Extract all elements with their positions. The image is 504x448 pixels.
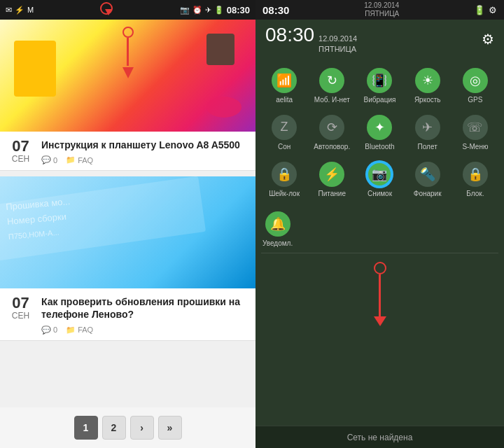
scroll-content[interactable]: 07 Сен Инструкция к планшету Lenovo A8 A… — [0, 20, 255, 407]
bottom-bar: Сеть не найдена — [255, 426, 504, 448]
category-1: 📁 FAQ — [66, 155, 93, 164]
category-2: 📁 FAQ — [66, 326, 93, 335]
status-icons-left: ✉ ⚡ M — [6, 6, 34, 15]
qs-mobile-internet[interactable]: ↻ Моб. И-нет — [309, 62, 355, 108]
gps-label: GPS — [468, 96, 482, 104]
flashlight-icon: 🔦 — [415, 162, 440, 187]
status-date-right: 12.09.2014 ПЯТНИЦА — [364, 1, 399, 18]
article-month-2: Сен — [12, 311, 29, 321]
notification-area — [255, 255, 504, 426]
page-btn-1[interactable]: 1 — [74, 416, 98, 440]
comment-count-2: 💬 0 — [41, 326, 57, 335]
power-label: Питание — [318, 190, 346, 197]
flight-icon: ✈ — [415, 115, 440, 140]
status-time-left: 08:30 — [227, 5, 250, 15]
sleep-label: Сон — [278, 143, 290, 150]
qs-flight[interactable]: ✈ Полет — [405, 109, 451, 155]
qs-block[interactable]: 🔒 Блок. — [452, 156, 498, 202]
gps-icon: ◎ — [463, 68, 488, 93]
article-title-1: Инструкция к планшету Lenovo A8 A5500 — [41, 139, 247, 151]
status-time-right: 08:30 — [262, 4, 289, 16]
qs-shakelock[interactable]: 🔒 Шейк-лок — [261, 156, 307, 202]
qs-smenu[interactable]: ☏ S-Меню — [452, 109, 498, 155]
article-meta-1: 💬 0 📁 FAQ — [41, 155, 247, 164]
article-info-2: 07 Сен Как проверить обновления прошивки… — [0, 288, 255, 340]
article-image-1 — [0, 20, 255, 132]
screenshot-label: Снимок — [368, 190, 392, 197]
mobile-internet-icon: ↻ — [319, 68, 344, 93]
power-icon: ⚡ — [319, 162, 344, 187]
article-date-2: 07 Сен — [8, 295, 33, 321]
article-image-2: Прошивка мо... Номер сборки П750,Н0М-А..… — [0, 176, 255, 288]
sleep-icon: Z — [272, 115, 297, 140]
red-arrow-overlay-1 — [122, 27, 134, 78]
header-date: 12.09.2014 ПЯТНИЦА — [318, 34, 357, 55]
qs-notifications[interactable]: 🔔 Уведомл. — [261, 206, 294, 251]
notifications-icon: 🔔 — [265, 211, 290, 237]
qs-gps[interactable]: ◎ GPS — [452, 62, 498, 108]
right-panel: 08:30 12.09.2014 ПЯТНИЦА 🔋 ⚙ 08:30 12.09… — [255, 0, 504, 448]
network-status: Сеть не найдена — [347, 433, 413, 442]
smenu-icon: ☏ — [463, 115, 488, 140]
bluetooth-label: Bluetooth — [365, 143, 394, 150]
article-card-2[interactable]: Прошивка мо... Номер сборки П750,Н0М-А..… — [0, 176, 255, 340]
page-btn-2[interactable]: 2 — [102, 416, 126, 440]
pagination: 1 2 › » — [0, 407, 255, 448]
red-arrow-indicator — [374, 262, 386, 326]
block-icon: 🔒 — [463, 162, 488, 187]
brightness-icon: ☀ — [415, 68, 440, 93]
shakelock-label: Шейк-лок — [269, 190, 300, 197]
article-meta-2: 💬 0 📁 FAQ — [41, 326, 247, 335]
mobile-internet-label: Моб. И-нет — [314, 96, 350, 104]
smenu-label: S-Меню — [462, 143, 488, 150]
qs-autorotate[interactable]: ⟳ Автоповор. — [309, 109, 355, 155]
qs-bluetooth[interactable]: ✦ Bluetooth — [356, 109, 402, 155]
notification-icon-3: M — [27, 6, 34, 14]
header-clock: 08:30 — [265, 24, 314, 46]
flight-label: Полет — [418, 143, 438, 150]
qs-screenshot[interactable]: 📷 Снимок — [356, 156, 402, 202]
overlay-text: Прошивка мо... Номер сборки П750,Н0М-А..… — [5, 195, 73, 244]
flashlight-label: Фонарик — [414, 190, 442, 197]
bluetooth-icon: ✦ — [367, 115, 392, 140]
wifi-icon: 📶 — [272, 68, 297, 93]
quick-settings-grid: 📶 aelita ↻ Моб. И-нет 📳 Вибрация ☀ Яркос… — [255, 59, 504, 204]
qs-vibration[interactable]: 📳 Вибрация — [356, 62, 402, 108]
article-day-1: 07 — [12, 139, 29, 154]
page-btn-last[interactable]: » — [158, 416, 182, 440]
brightness-label: Яркость — [414, 96, 441, 104]
status-bar-left: ✉ ⚡ M 📷 ⏰ ✈ 🔋 08:30 — [0, 0, 255, 20]
header-time-area: 08:30 12.09.2014 ПЯТНИЦА — [265, 24, 357, 55]
qs-brightness[interactable]: ☀ Яркость — [405, 62, 451, 108]
battery-icon: 🔋 — [474, 5, 485, 15]
article-title-2: Как проверить обновления прошивки на тел… — [41, 295, 247, 321]
wifi-label: aelita — [276, 96, 293, 104]
article-card-1[interactable]: 07 Сен Инструкция к планшету Lenovo A8 A… — [0, 20, 255, 171]
article-month-1: Сен — [12, 154, 29, 164]
qs-wifi[interactable]: 📶 aelita — [261, 62, 307, 108]
notification-icon-2: ⚡ — [15, 6, 24, 15]
qs-flashlight[interactable]: 🔦 Фонарик — [405, 156, 451, 202]
shakelock-icon: 🔒 — [272, 162, 297, 187]
status-bar-right: 08:30 12.09.2014 ПЯТНИЦА 🔋 ⚙ — [255, 0, 504, 20]
status-icons-right: 🔋 ⚙ — [474, 5, 497, 15]
notification-icon-1: ✉ — [6, 6, 12, 15]
page-btn-next[interactable]: › — [130, 416, 154, 440]
divider — [261, 253, 498, 253]
article-text-1: Инструкция к планшету Lenovo A8 A5500 💬 … — [41, 139, 247, 164]
quick-settings-header: 08:30 12.09.2014 ПЯТНИЦА ⚙ — [255, 20, 504, 59]
qs-power[interactable]: ⚡ Питание — [309, 156, 355, 202]
autorotate-icon: ⟳ — [319, 115, 344, 140]
article-info-1: 07 Сен Инструкция к планшету Lenovo A8 A… — [0, 132, 255, 170]
notifications-label: Уведомл. — [262, 239, 293, 247]
article-date-1: 07 Сен — [8, 139, 33, 164]
qs-sleep[interactable]: Z Сон — [261, 109, 307, 155]
article-day-2: 07 — [12, 295, 29, 311]
gear-icon[interactable]: ⚙ — [482, 31, 494, 48]
gear-settings-icon[interactable]: ⚙ — [489, 5, 497, 15]
comment-count-1: 💬 0 — [41, 155, 57, 164]
vibration-label: Вибрация — [364, 96, 396, 104]
block-label: Блок. — [466, 190, 484, 197]
autorotate-label: Автоповор. — [314, 143, 350, 150]
article-text-2: Как проверить обновления прошивки на тел… — [41, 295, 247, 334]
